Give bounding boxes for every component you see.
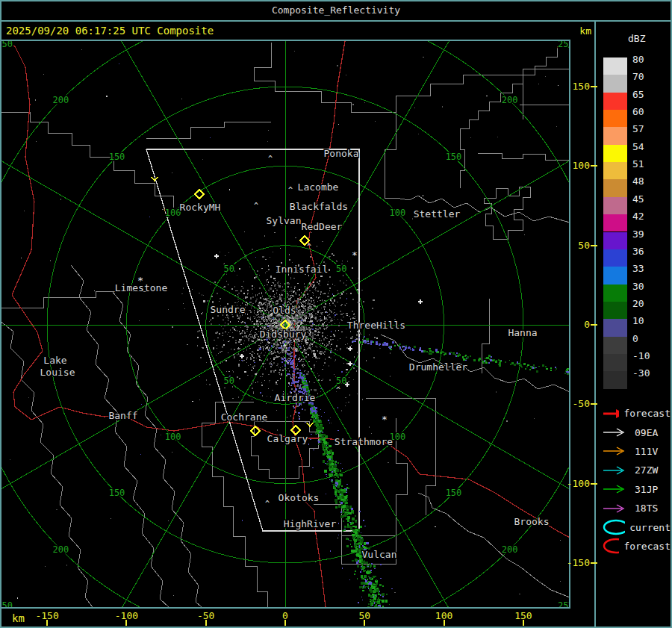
city-label: Stettler	[414, 208, 461, 220]
svg-text:150: 150	[109, 488, 125, 498]
city-label: Sylvan	[267, 215, 302, 226]
legend-item: current	[602, 517, 671, 536]
legend-item: forecast	[602, 537, 671, 556]
legend-item: forecast	[602, 404, 671, 423]
colorbar-value-label: 54	[632, 142, 644, 152]
timestamp-label: 2025/09/20 06:17:25 UTC Composite	[6, 25, 214, 37]
colorbar-swatch	[603, 371, 627, 388]
bottom-tick-mark	[364, 620, 365, 626]
city-label: Calgary	[267, 433, 308, 444]
right-tick-label: -150	[563, 557, 590, 568]
colorbar-swatch	[603, 162, 627, 179]
svg-text:^: ^	[307, 243, 311, 251]
right-tick-mark	[591, 86, 597, 87]
colorbar-swatch	[603, 57, 627, 75]
plus-marker-icon	[348, 361, 352, 366]
svg-text:150: 150	[446, 152, 462, 162]
colorbar-value-label: -30	[632, 368, 650, 379]
svg-text:200: 200	[52, 95, 69, 105]
svg-text:50: 50	[224, 376, 234, 386]
plus-marker-icon	[418, 299, 423, 304]
legend-item: 09EA	[602, 423, 671, 441]
radar-app-window: Composite_Reflectivity 2025/09/20 06:17:…	[0, 0, 672, 628]
right-tick-label: 0	[563, 319, 590, 330]
colorbar-value-label: 10	[632, 316, 644, 326]
map-bottom-border	[0, 607, 570, 609]
colorbar-swatch	[603, 127, 627, 144]
radar-map: 5050505010010010010015015015015020020020…	[1, 41, 570, 607]
svg-text:*: *	[352, 249, 358, 261]
legend-item-label: 09EA	[635, 427, 658, 438]
colorbar-value-label: 0	[632, 334, 638, 344]
yellow-arrow-icon	[307, 423, 313, 426]
plus-marker-icon	[348, 346, 352, 351]
colorbar-swatch	[603, 110, 627, 127]
svg-text:100: 100	[165, 432, 181, 442]
city-label: Drumheller	[409, 361, 467, 373]
colorbar-swatch	[603, 267, 627, 284]
legend-item-label: 111V	[635, 446, 658, 457]
svg-text:^: ^	[336, 386, 340, 394]
city-label: Innisfail	[276, 264, 328, 275]
svg-text:^: ^	[254, 202, 258, 210]
right-tick-mark	[591, 483, 597, 485]
legend-item-label: 27ZW	[635, 464, 658, 476]
right-tick-mark	[591, 245, 597, 246]
colorbar-value-label: 39	[632, 229, 644, 240]
colorbar-value-label: 33	[632, 264, 644, 274]
legend-arrow-icon	[602, 464, 630, 476]
legend-arrow-icon	[602, 408, 619, 420]
svg-text:200: 200	[502, 95, 518, 105]
svg-text:^: ^	[288, 186, 293, 194]
city-label: RedDeer	[302, 221, 343, 232]
legend-item: 31JP	[602, 480, 671, 499]
legend-arrow-icon	[602, 483, 630, 495]
right-tick-label: 150	[563, 81, 590, 92]
city-label: Cochrane	[221, 411, 268, 423]
legend-item: 27ZW	[602, 461, 671, 479]
city-label: Vulcan	[362, 549, 397, 560]
colorbar-value-label: 80	[632, 55, 644, 65]
colorbar-value-label: 30	[632, 282, 644, 292]
bottom-axis-unit-label: km	[12, 612, 25, 624]
legend-item-label: 18TS	[635, 503, 658, 514]
plus-marker-icon	[214, 254, 219, 258]
legend-item-label: forecast	[623, 408, 671, 419]
right-tick-label: -100	[563, 478, 590, 489]
colorbar-value-label: 57	[632, 124, 644, 134]
bottom-tick-mark	[444, 620, 445, 626]
legend-item-label: current	[629, 522, 671, 533]
right-tick-mark	[591, 165, 597, 167]
city-label: Louise	[40, 367, 75, 378]
right-tick-mark	[591, 403, 597, 405]
legend-arrow-icon	[602, 503, 630, 514]
city-label: Brooks	[514, 516, 550, 527]
svg-text:250: 250	[1, 600, 13, 607]
colorbar-swatch	[603, 249, 627, 267]
legend: forecast09EA111V27ZW31JP18TScurrentforec…	[602, 404, 671, 556]
right-tick-mark	[591, 562, 597, 564]
city-label: Limestone	[115, 282, 168, 293]
legend-item-label: forecast	[623, 541, 671, 552]
right-tick-label: 100	[563, 160, 590, 171]
colorbar-swatch	[603, 337, 627, 354]
city-label: Sundre	[211, 304, 246, 315]
svg-text:100: 100	[389, 208, 405, 218]
colorbar-swatch	[603, 197, 627, 214]
colorbar-swatch	[603, 75, 627, 92]
city-label: Banff	[108, 410, 137, 421]
right-tick-mark	[591, 324, 597, 326]
bottom-tick-mark	[284, 620, 286, 626]
city-label: ThreeHills	[347, 320, 405, 331]
colorbar-swatch	[603, 214, 627, 231]
colorbar-swatch	[603, 179, 627, 196]
svg-text:100: 100	[165, 208, 181, 218]
bottom-tick-mark	[523, 620, 524, 626]
legend-arrow-icon	[602, 445, 630, 457]
colorbar-value-label: 20	[632, 299, 644, 309]
legend-arrow-icon	[602, 426, 630, 438]
map-top-border	[0, 40, 570, 41]
legend-ellipse-icon	[602, 519, 625, 535]
city-label: Strathmore	[335, 436, 393, 447]
svg-text:^: ^	[265, 500, 270, 508]
